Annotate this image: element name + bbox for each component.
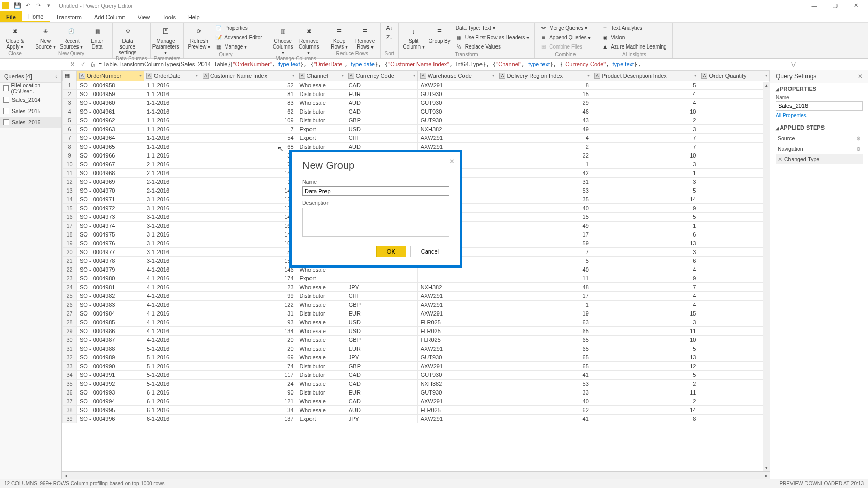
table-row[interactable]: 27SO - 00049844-1-201631DistributorEURAX… [63,309,770,318]
ok-button[interactable]: OK [376,246,406,257]
type-icon[interactable]: A [594,73,600,79]
column-header[interactable]: AOrderDate▾ [144,71,200,81]
table-row[interactable]: 36SO - 00049936-1-201690DistributorEURGU… [63,388,770,397]
column-header[interactable]: AOrderNumber▾ [77,71,144,81]
query-name-input[interactable] [776,101,863,111]
remove-rows-button[interactable]: ☰Remove Rows ▾ [353,24,377,50]
collapse-queries-icon[interactable]: ‹ [55,73,57,80]
qat-dropdown-icon[interactable]: ▾ [44,1,53,10]
table-row[interactable]: 28SO - 00049854-1-201693WholesaleUSDFLR0… [63,318,770,327]
formula-text[interactable]: = Table.TransformColumnTypes(Sales_2014_… [99,61,788,68]
split-column-button[interactable]: ⫿Split Column ▾ [402,24,426,50]
close-window-button[interactable]: ✕ [845,0,866,11]
maximize-button[interactable]: ▢ [825,0,845,11]
filter-dropdown-icon[interactable]: ▾ [196,73,198,78]
tab-transform[interactable]: Transform [50,11,88,22]
group-description-input[interactable] [302,208,450,237]
filter-dropdown-icon[interactable]: ▾ [765,73,767,78]
type-icon[interactable]: A [299,73,305,79]
save-icon[interactable]: 💾 [13,1,22,10]
minimize-button[interactable]: — [804,0,825,11]
refresh-preview-button[interactable]: ⟳Refresh Preview ▾ [187,24,211,50]
table-row[interactable]: 7SO - 00049641-1-201654ExportCHFAXW29147 [63,134,770,143]
remove-columns-button[interactable]: ✖Remove Columns ▾ [297,24,321,55]
azure-ml-button[interactable]: ▲Azure Machine Learning [599,42,669,51]
tab-add-column[interactable]: Add Column [88,11,132,22]
tab-file[interactable]: File [0,11,22,22]
filter-dropdown-icon[interactable]: ▾ [492,73,494,78]
query-item[interactable]: Sales_2014 [0,94,61,105]
table-row[interactable]: 34SO - 00049915-1-2016117DistributorCADG… [63,371,770,380]
group-name-input[interactable] [302,186,450,196]
table-row[interactable]: 24SO - 00049814-1-201623WholesaleJPYNXH3… [63,283,770,292]
replace-values-button[interactable]: ½Replace Values [454,42,531,51]
table-row[interactable]: 6SO - 00049631-1-20167ExportUSDNXH382493 [63,125,770,134]
group-by-button[interactable]: ☰Group By [428,24,452,44]
column-header[interactable]: AOrder Quantity▾ [699,71,770,81]
close-apply-button[interactable]: ✖Close & Apply ▾ [3,24,27,50]
horizontal-scrollbar[interactable]: ◂▸ [62,471,770,479]
filter-dropdown-icon[interactable]: ▾ [292,73,295,78]
filter-dropdown-icon[interactable]: ▾ [587,73,590,78]
manage-parameters-button[interactable]: 🄿Manage Parameters ▾ [154,24,178,55]
text-analytics-button[interactable]: ≡Text Analytics [599,24,669,33]
keep-rows-button[interactable]: ☰Keep Rows ▾ [328,24,351,50]
applied-step[interactable]: Navigation⚙ [776,144,863,154]
sort-desc-button[interactable]: Z↓ [384,33,395,42]
cancel-formula-icon[interactable]: ✕ [67,60,78,69]
table-row[interactable]: 25SO - 00049824-1-201699DistributorCHFAX… [63,292,770,301]
table-row[interactable]: 33SO - 00049905-1-201674DistributorGBPAX… [63,362,770,371]
column-header[interactable]: AChannel▾ [297,71,346,81]
combine-files-button[interactable]: ⊞Combine Files [538,42,593,51]
tab-help[interactable]: Help [182,11,206,22]
type-icon[interactable]: A [499,73,505,79]
accept-formula-icon[interactable]: ✓ [78,60,88,69]
table-row[interactable]: 26SO - 00049834-1-2016122WholesaleGBPAXW… [63,301,770,309]
tab-tools[interactable]: Tools [156,11,182,22]
filter-dropdown-icon[interactable]: ▾ [413,73,415,78]
type-icon[interactable]: A [146,73,152,79]
query-item[interactable]: Sales_2016 [0,117,61,128]
expand-formula-icon[interactable]: ⋁ [788,61,798,68]
query-item[interactable]: Sales_2015 [0,105,61,117]
table-row[interactable]: 31SO - 00049885-1-201620WholesaleEURAXW2… [63,344,770,353]
filter-dropdown-icon[interactable]: ▾ [140,73,142,78]
undo-icon[interactable]: ↶ [23,1,33,10]
column-header[interactable]: AProduct Description Index▾ [592,71,699,81]
step-settings-icon[interactable]: ⚙ [856,146,861,152]
column-header[interactable]: ADelivery Region Index▾ [497,71,592,81]
sort-asc-button[interactable]: A↓ [384,24,395,33]
filter-dropdown-icon[interactable]: ▾ [342,73,344,78]
table-row[interactable]: 2SO - 00049591-1-201681DistributorEURGUT… [63,90,770,99]
type-icon[interactable]: A [701,73,707,79]
recent-sources-button[interactable]: 🕘Recent Sources ▾ [59,24,83,50]
choose-columns-button[interactable]: ▥Choose Columns ▾ [271,24,295,55]
table-row[interactable]: 37SO - 00049946-1-2016121WholesaleCADAXW… [63,397,770,406]
applied-step[interactable]: Source⚙ [776,133,863,144]
applied-step[interactable]: ✕Changed Type [776,154,863,164]
column-header[interactable]: AWarehouse Code▾ [417,71,497,81]
manage-button[interactable]: ▦Manage ▾ [213,42,264,51]
merge-queries-button[interactable]: ⫘Merge Queries ▾ [538,24,593,33]
table-row[interactable]: 35SO - 00049925-1-201624WholesaleCADNXH3… [63,380,770,388]
table-row[interactable]: 32SO - 00049895-1-201669WholesaleJPYGUT9… [63,353,770,362]
table-row[interactable]: 29SO - 00049864-1-2016134WholesaleUSDFLR… [63,327,770,336]
data-type-button[interactable]: Data Type: Text ▾ [454,24,531,33]
new-source-button[interactable]: ✳New Source ▾ [34,24,57,50]
table-row[interactable]: 38SO - 00049956-1-201634WholesaleAUDFLR0… [63,406,770,415]
step-settings-icon[interactable]: ⚙ [856,136,861,141]
enter-data-button[interactable]: ▦Enter Data [85,24,109,50]
dialog-close-icon[interactable]: ✕ [449,158,455,165]
tab-home[interactable]: Home [22,11,50,22]
tab-view[interactable]: View [132,11,157,22]
type-icon[interactable]: A [203,73,209,79]
column-header[interactable]: ACustomer Name Index▾ [200,71,297,81]
append-queries-button[interactable]: ≡Append Queries ▾ [538,33,593,42]
table-row[interactable]: 4SO - 00049611-1-201662DistributorCADGUT… [63,107,770,116]
vision-button[interactable]: ◉Vision [599,33,669,42]
data-source-settings-button[interactable]: ⚙Data source settings [116,24,140,55]
table-row[interactable]: 39SO - 00049966-1-2016137ExportJPYAXW291… [63,415,770,423]
table-row[interactable]: 30SO - 00049874-1-201620WholesaleGBPFLR0… [63,336,770,344]
close-settings-icon[interactable]: ✕ [858,73,863,80]
advanced-editor-button[interactable]: 📝Advanced Editor [213,33,264,42]
